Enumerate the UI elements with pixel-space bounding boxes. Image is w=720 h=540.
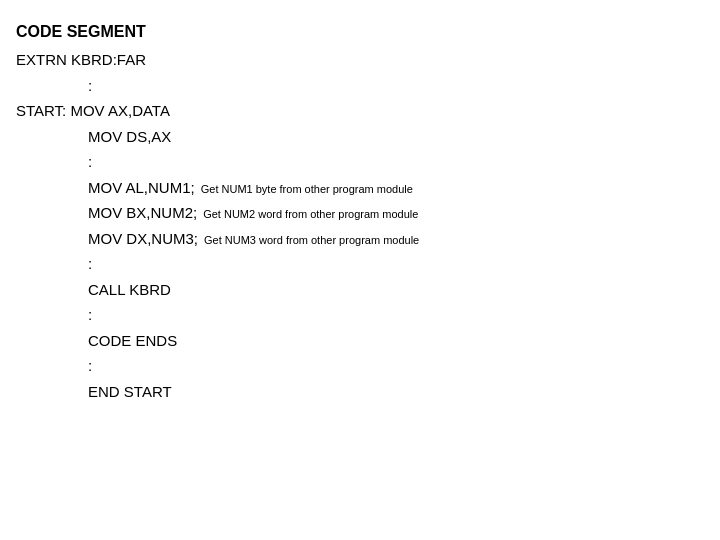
line-colon1: : bbox=[16, 73, 704, 99]
line-label: EXTRN KBRD:FAR bbox=[16, 47, 146, 73]
line-code-ends: CODE ENDS bbox=[16, 328, 704, 354]
line-colon4: : bbox=[16, 302, 704, 328]
line-colon5: : bbox=[16, 353, 704, 379]
line-label: CALL KBRD bbox=[88, 277, 171, 303]
line-label: END START bbox=[88, 379, 172, 405]
code-block: CODE SEGMENT EXTRN KBRD:FAR:START: MOV A… bbox=[16, 18, 704, 404]
line-label: : bbox=[88, 73, 92, 99]
line-extrn: EXTRN KBRD:FAR bbox=[16, 47, 704, 73]
code-segment-title: CODE SEGMENT bbox=[16, 18, 704, 45]
line-label: : bbox=[88, 251, 92, 277]
line-mov-bx: MOV BX,NUM2;Get NUM2 word from other pro… bbox=[16, 200, 704, 226]
line-comment: Get NUM2 word from other program module bbox=[203, 205, 418, 224]
line-comment: Get NUM1 byte from other program module bbox=[201, 180, 413, 199]
line-label: START: MOV AX,DATA bbox=[16, 98, 170, 124]
line-label: CODE ENDS bbox=[88, 328, 177, 354]
line-mov-ds: MOV DS,AX bbox=[16, 124, 704, 150]
line-mov-al: MOV AL,NUM1;Get NUM1 byte from other pro… bbox=[16, 175, 704, 201]
line-label: MOV DX,NUM3; bbox=[88, 226, 198, 252]
line-end-start: END START bbox=[16, 379, 704, 405]
line-mov-dx: MOV DX,NUM3;Get NUM3 word from other pro… bbox=[16, 226, 704, 252]
line-label: MOV AL,NUM1; bbox=[88, 175, 195, 201]
line-label: MOV BX,NUM2; bbox=[88, 200, 197, 226]
line-label: : bbox=[88, 149, 92, 175]
line-label: MOV DS,AX bbox=[88, 124, 171, 150]
line-label: : bbox=[88, 302, 92, 328]
line-call: CALL KBRD bbox=[16, 277, 704, 303]
line-label: : bbox=[88, 353, 92, 379]
line-comment: Get NUM3 word from other program module bbox=[204, 231, 419, 250]
line-colon3: : bbox=[16, 251, 704, 277]
line-start-mov-ax: START: MOV AX,DATA bbox=[16, 98, 704, 124]
line-colon2: : bbox=[16, 149, 704, 175]
